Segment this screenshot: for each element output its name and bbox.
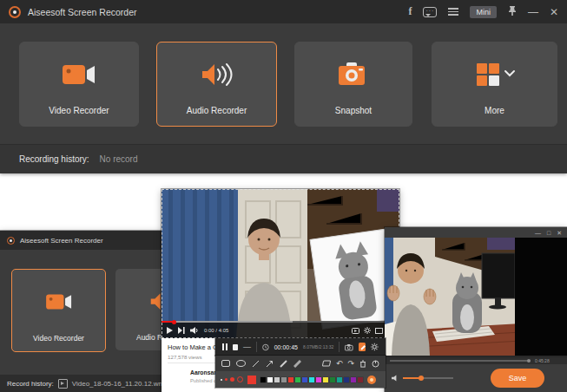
color-swatch[interactable] (323, 377, 328, 382)
rectangle-tool[interactable] (221, 360, 230, 367)
color-picker-icon[interactable] (367, 376, 376, 384)
minimize-toolbar-button[interactable]: — (243, 343, 251, 351)
autoplay-icon[interactable] (352, 328, 359, 334)
history-label: Recording history: (19, 154, 89, 164)
color-swatch[interactable] (295, 377, 300, 382)
color-swatch[interactable] (337, 377, 342, 382)
preview-duration: 0:45:28 (535, 358, 550, 363)
card-label: Video Recorder (49, 106, 109, 115)
theater-mode-icon[interactable] (375, 328, 383, 334)
card-label: Snapshot (335, 106, 372, 115)
video-camera-icon (20, 42, 138, 106)
desktop: Aiseesoft Screen Recorder f ··· Mini — ✕ (0, 0, 567, 392)
card-label: More (485, 106, 504, 115)
minimize-icon[interactable]: — (528, 7, 538, 17)
screenshot-icon[interactable] (345, 343, 353, 351)
redo-icon[interactable]: ↷ (347, 360, 354, 368)
color-swatch[interactable] (309, 377, 314, 382)
video-views: 127,578 views (168, 354, 202, 360)
video-recorder-card[interactable]: Video Recorder (19, 42, 139, 127)
color-swatch[interactable] (316, 377, 321, 382)
line-tool[interactable] (252, 360, 260, 368)
selected-color-swatch[interactable] (247, 376, 256, 384)
preview-video[interactable] (385, 238, 567, 356)
trash-icon[interactable] (359, 360, 366, 368)
settings-gear-icon[interactable] (364, 327, 371, 334)
mini-mode-button[interactable]: Mini (470, 6, 497, 18)
preview-bottom-bar: Save (385, 364, 567, 392)
stop-button[interactable] (233, 344, 238, 350)
color-swatch[interactable] (302, 377, 307, 382)
volume-icon[interactable] (190, 327, 199, 334)
divider (339, 342, 340, 352)
volume-slider[interactable] (403, 377, 453, 379)
eraser-tool[interactable] (322, 360, 331, 367)
volume-icon[interactable] (392, 375, 399, 382)
color-swatch[interactable] (260, 377, 266, 382)
maximize-icon[interactable]: □ (547, 230, 551, 236)
menu-icon[interactable] (448, 8, 458, 16)
camera-icon (295, 42, 412, 106)
color-swatch[interactable] (351, 377, 356, 382)
snapshot-card[interactable]: Snapshot (294, 42, 412, 127)
grid-more-icon (432, 42, 557, 106)
main-titlebar: Aiseesoft Screen Recorder f ··· Mini — ✕ (0, 0, 567, 23)
play-icon[interactable] (167, 327, 173, 334)
color-swatch[interactable] (330, 377, 335, 382)
brush-size-medium[interactable] (230, 377, 234, 382)
ellipse-tool[interactable] (236, 360, 246, 367)
color-swatch[interactable] (267, 377, 273, 382)
video-camera-icon (43, 270, 75, 334)
brush-size-large[interactable] (237, 376, 243, 382)
history-value: No record (100, 154, 138, 164)
seek-bar[interactable] (162, 321, 399, 323)
app-logo-icon (7, 237, 15, 245)
close-icon[interactable]: ✕ (557, 230, 562, 236)
video-player[interactable]: 0:00 / 4:05 (162, 189, 399, 338)
more-card[interactable]: More (432, 42, 557, 127)
color-swatch[interactable] (281, 377, 287, 382)
pen-tool[interactable] (280, 360, 287, 368)
recording-history-bar: Recording history: No record (0, 145, 567, 173)
preview-progress: 0:45:28 (385, 357, 567, 364)
pause-button[interactable] (222, 343, 227, 350)
app-logo-icon (9, 6, 21, 18)
preview-seek-bar[interactable] (390, 360, 531, 362)
video-recorder-card-small[interactable]: Video Recorder (11, 269, 106, 352)
next-icon[interactable] (178, 327, 185, 334)
color-swatch[interactable] (288, 377, 293, 382)
arrow-tool[interactable] (266, 360, 274, 368)
player-time: 0:00 / 4:05 (204, 328, 228, 333)
card-label: Video Recorder (33, 334, 84, 343)
color-swatch[interactable] (358, 377, 363, 382)
history-label: Record history: (7, 380, 54, 388)
video-scene (162, 189, 399, 338)
card-label: Audio Recorder (187, 106, 247, 115)
youtube-control-bar: 0:00 / 4:05 (162, 323, 399, 338)
brush-size-small[interactable] (225, 378, 227, 381)
preview-titlebar: — □ ✕ (385, 227, 567, 238)
undo-icon[interactable]: ↶ (336, 360, 343, 368)
color-swatch[interactable] (344, 377, 349, 382)
file-size-info: 8.07MB/2:13:32 (303, 344, 333, 350)
preview-scene (385, 238, 567, 356)
elapsed-time: 00:00:45 (274, 344, 298, 350)
facebook-icon[interactable]: f (408, 5, 412, 18)
close-icon[interactable]: ✕ (550, 7, 558, 17)
annotate-button[interactable] (359, 343, 366, 351)
brush-size-xs[interactable] (221, 379, 222, 381)
history-file-name[interactable]: Video_18-05-16_11.20.12.wmv (72, 380, 168, 388)
gear-icon[interactable] (371, 343, 379, 351)
audio-recorder-card[interactable]: Audio Recorder (156, 42, 277, 127)
color-swatch[interactable] (274, 377, 280, 382)
preview-window: — □ ✕ (385, 227, 567, 392)
color-swatch-row (260, 377, 363, 382)
exit-annotation-icon[interactable] (372, 360, 379, 368)
minimize-icon[interactable]: — (535, 230, 541, 236)
video-file-icon (58, 379, 68, 389)
brush-tool[interactable] (293, 360, 301, 368)
speaker-icon (157, 42, 276, 106)
feedback-icon[interactable]: ··· (423, 7, 437, 17)
save-button[interactable]: Save (491, 369, 544, 388)
pin-icon[interactable] (508, 4, 517, 20)
